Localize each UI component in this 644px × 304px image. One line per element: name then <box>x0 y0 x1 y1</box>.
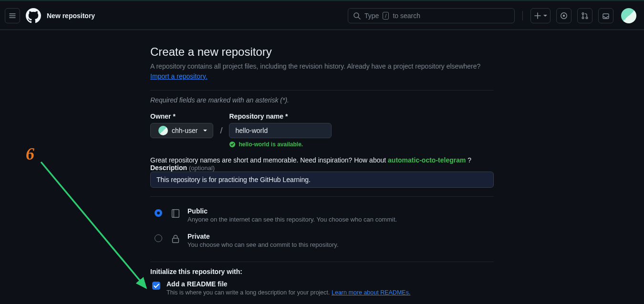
form-subtitle: A repository contains all project files,… <box>150 61 494 81</box>
create-new-button[interactable] <box>530 8 551 23</box>
visibility-group: Public Anyone on the internet can see th… <box>150 203 494 253</box>
plus-icon <box>534 12 541 20</box>
visibility-private-desc: You choose who can see and commit to thi… <box>187 241 339 248</box>
repo-name-input[interactable] <box>229 123 332 138</box>
visibility-public-radio[interactable] <box>155 209 162 217</box>
hamburger-icon <box>9 12 16 20</box>
required-fields-note: Required fields are marked with an aster… <box>150 96 494 104</box>
svg-point-4 <box>582 12 584 14</box>
repo-icon <box>170 208 181 220</box>
svg-line-10 <box>41 162 146 288</box>
search-icon <box>353 12 361 20</box>
main-content: Create a new repository A repository con… <box>150 30 494 296</box>
pull-request-icon <box>581 12 589 20</box>
tutorial-step-number: 6 <box>26 144 34 164</box>
github-logo-icon <box>26 8 41 23</box>
repo-name-label: Repository name * <box>229 112 332 120</box>
check-circle-icon <box>229 141 236 148</box>
chevron-down-icon <box>543 15 547 17</box>
divider <box>150 196 494 197</box>
svg-point-6 <box>586 17 588 19</box>
divider <box>150 262 494 262</box>
svg-rect-9 <box>173 238 179 243</box>
owner-repo-separator: / <box>220 112 222 136</box>
chevron-down-icon <box>203 130 207 132</box>
svg-line-1 <box>358 17 360 19</box>
learn-readmes-link[interactable]: Learn more about READMEs. <box>332 289 410 296</box>
search-placeholder-suffix: to search <box>393 12 420 20</box>
header-separator <box>522 11 523 20</box>
search-input[interactable]: Type / to search <box>348 8 515 23</box>
inbox-icon <box>602 12 610 20</box>
pull-requests-button[interactable] <box>577 8 592 23</box>
github-logo[interactable] <box>26 8 41 23</box>
page-title: New repository <box>47 12 95 20</box>
add-readme-desc: This is where you can write a long descr… <box>166 289 410 296</box>
app-header: New repository Type / to search <box>0 1 644 30</box>
form-title: Create a new repository <box>150 45 494 59</box>
search-placeholder-prefix: Type <box>364 12 379 20</box>
visibility-public-desc: Anyone on the internet can see this repo… <box>187 216 397 223</box>
owner-select-button[interactable]: chh-user <box>150 123 213 138</box>
svg-point-3 <box>563 14 565 16</box>
description-input[interactable] <box>150 172 494 188</box>
visibility-private-option[interactable]: Private You choose who can see and commi… <box>150 228 494 253</box>
repo-name-suggestion[interactable]: automatic-octo-telegram <box>388 156 466 164</box>
import-repository-link[interactable]: Import a repository. <box>150 72 208 80</box>
repo-name-inspiration: Great repository names are short and mem… <box>150 156 494 164</box>
tutorial-arrow-icon <box>40 161 159 299</box>
owner-name: chh-user <box>172 127 197 134</box>
svg-point-5 <box>582 17 584 19</box>
tutorial-annotation: 6 <box>26 144 34 164</box>
initialize-title: Initialize this repository with: <box>150 268 494 275</box>
inbox-button[interactable] <box>598 8 613 23</box>
add-readme-checkbox[interactable] <box>152 282 160 290</box>
visibility-public-title: Public <box>187 207 397 215</box>
owner-repo-row: Owner * chh-user / Repository name * hel… <box>150 112 494 148</box>
hamburger-menu-button[interactable] <box>5 8 20 23</box>
owner-label: Owner * <box>150 112 213 120</box>
search-shortcut-key: / <box>383 12 389 20</box>
description-label: Description (optional) <box>150 164 215 172</box>
visibility-private-title: Private <box>187 233 339 240</box>
owner-avatar <box>158 126 168 135</box>
visibility-public-option[interactable]: Public Anyone on the internet can see th… <box>150 203 494 228</box>
user-avatar[interactable] <box>621 8 636 23</box>
svg-rect-8 <box>172 210 179 218</box>
lock-icon <box>170 233 181 245</box>
add-readme-title: Add a README file <box>166 280 410 288</box>
issues-button[interactable] <box>556 8 571 23</box>
issues-icon <box>560 12 568 20</box>
repo-name-available-status: hello-world is available. <box>229 141 332 148</box>
visibility-private-radio[interactable] <box>155 234 162 242</box>
add-readme-option[interactable]: Add a README file This is where you can … <box>150 280 494 296</box>
divider <box>150 90 494 91</box>
